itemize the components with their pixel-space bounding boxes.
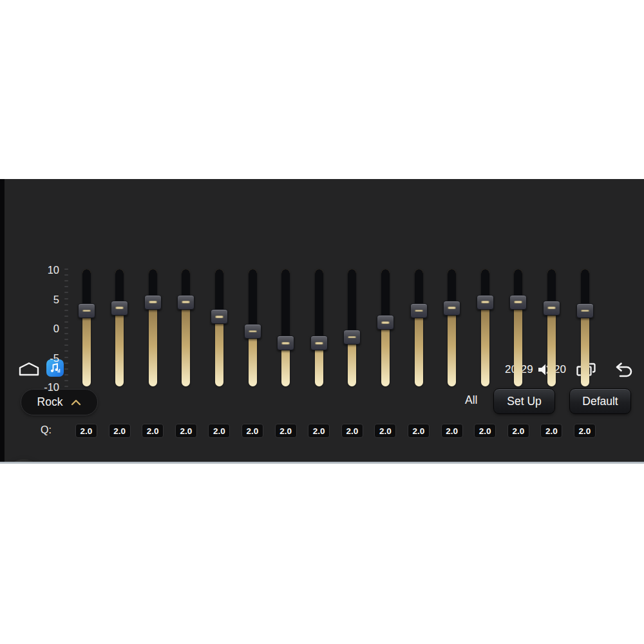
gain-tick bbox=[64, 321, 68, 323]
default-button[interactable]: Default bbox=[569, 388, 631, 414]
gain-tick bbox=[64, 327, 68, 328]
q-value-chip[interactable]: 2.0 bbox=[275, 424, 297, 438]
all-label: All bbox=[465, 393, 477, 407]
gain-slider-track-upper[interactable] bbox=[249, 269, 257, 332]
gain-tick bbox=[64, 274, 68, 276]
status-right-cluster: 20:29 20 bbox=[505, 361, 633, 378]
q-value-chip[interactable]: 2.0 bbox=[175, 424, 197, 438]
q-value-chip[interactable]: 2.0 bbox=[242, 424, 263, 438]
gain-tick bbox=[64, 363, 68, 364]
gain-scale-label: 10 bbox=[33, 263, 59, 276]
thumb-marker bbox=[215, 316, 223, 318]
q-value-chip[interactable]: 2.0 bbox=[208, 424, 230, 438]
screen-left-bezel bbox=[0, 179, 5, 462]
thumb-marker bbox=[182, 301, 190, 303]
gain-scale-label: 0 bbox=[33, 322, 59, 335]
thumb-marker bbox=[514, 301, 522, 303]
thumb-marker bbox=[348, 336, 356, 339]
thumb-marker bbox=[415, 310, 423, 312]
gain-tick bbox=[64, 310, 68, 311]
q-value-chip[interactable]: 2.0 bbox=[75, 424, 97, 438]
gain-tick bbox=[64, 286, 68, 287]
car-surround-button[interactable] bbox=[5, 459, 43, 464]
thumb-marker bbox=[115, 307, 124, 309]
q-value-chip[interactable]: 2.0 bbox=[374, 424, 396, 438]
gain-tick bbox=[64, 298, 68, 299]
thumb-marker bbox=[82, 310, 91, 312]
gain-tick bbox=[64, 269, 68, 270]
gain-slider-track-upper[interactable] bbox=[315, 269, 323, 343]
gain-tick bbox=[64, 316, 68, 317]
gain-slider-track-upper[interactable] bbox=[348, 269, 356, 337]
gain-slider-thumb[interactable] bbox=[177, 295, 194, 310]
q-row-label: Q: bbox=[41, 424, 52, 436]
thumb-marker bbox=[481, 301, 489, 303]
gain-slider-thumb[interactable] bbox=[277, 336, 294, 350]
gain-slider-thumb[interactable] bbox=[509, 295, 527, 310]
page: 20:29 20 bbox=[0, 0, 644, 644]
gain-scale-label: -10 bbox=[33, 381, 59, 393]
thumb-marker bbox=[281, 342, 290, 345]
gain-tick bbox=[64, 350, 68, 352]
q-value-chip[interactable]: 2.0 bbox=[574, 424, 596, 438]
q-value-chip[interactable]: 2.0 bbox=[540, 424, 562, 438]
gain-tick bbox=[64, 374, 68, 375]
gain-tick bbox=[64, 304, 68, 305]
thumb-marker bbox=[547, 307, 556, 309]
thumb-marker bbox=[249, 330, 257, 333]
gain-slider-thumb[interactable] bbox=[443, 301, 460, 316]
back-icon[interactable] bbox=[612, 363, 633, 377]
preset-label: Rock bbox=[37, 395, 63, 409]
set-up-button[interactable]: Set Up bbox=[493, 388, 555, 414]
volume-level: 20 bbox=[554, 363, 566, 376]
gain-tick bbox=[64, 368, 68, 370]
chevron-up-icon bbox=[71, 399, 81, 406]
gain-tick bbox=[64, 280, 68, 281]
gain-tick bbox=[64, 357, 68, 358]
q-value-chip[interactable]: 2.0 bbox=[507, 424, 529, 438]
thumb-marker bbox=[315, 342, 323, 345]
gain-tick bbox=[64, 292, 68, 293]
preset-dropdown[interactable]: Rock bbox=[21, 389, 98, 415]
gain-slider-thumb[interactable] bbox=[310, 336, 328, 350]
gain-tick bbox=[64, 339, 68, 340]
thumb-marker bbox=[381, 321, 390, 324]
gain-slider-thumb[interactable] bbox=[144, 295, 162, 310]
gain-slider-thumb[interactable] bbox=[410, 303, 428, 318]
q-value-chip[interactable]: 2.0 bbox=[408, 424, 430, 438]
gain-slider-thumb[interactable] bbox=[211, 309, 228, 324]
gain-slider-thumb[interactable] bbox=[576, 303, 594, 318]
gain-slider-thumb[interactable] bbox=[543, 301, 560, 316]
gain-slider-thumb[interactable] bbox=[377, 315, 394, 330]
thumb-marker bbox=[149, 301, 157, 303]
thumb-marker bbox=[448, 307, 456, 309]
gain-tick bbox=[64, 380, 68, 381]
gain-slider-thumb[interactable] bbox=[111, 301, 128, 316]
gain-slider-thumb[interactable] bbox=[244, 324, 261, 339]
gain-scale-label: 5 bbox=[33, 293, 59, 306]
gain-tick bbox=[64, 345, 68, 346]
thumb-marker bbox=[581, 310, 589, 312]
q-value-chip[interactable]: 2.0 bbox=[474, 424, 496, 438]
gain-slider-thumb[interactable] bbox=[477, 295, 494, 310]
gain-slider-thumb[interactable] bbox=[343, 330, 361, 345]
q-value-chip[interactable]: 2.0 bbox=[441, 424, 463, 438]
gain-tick bbox=[64, 386, 68, 387]
q-value-chip[interactable]: 2.0 bbox=[308, 424, 330, 438]
gain-tick bbox=[64, 333, 68, 334]
q-value-chip[interactable]: 2.0 bbox=[341, 424, 363, 438]
q-value-chip[interactable]: 2.0 bbox=[142, 424, 164, 438]
head-unit-screen: 20:29 20 bbox=[0, 179, 644, 464]
gain-scale-label: -5 bbox=[33, 352, 59, 365]
q-value-chip[interactable]: 2.0 bbox=[109, 424, 131, 438]
gain-slider-track-upper[interactable] bbox=[281, 269, 290, 343]
gain-slider-thumb[interactable] bbox=[78, 303, 95, 318]
